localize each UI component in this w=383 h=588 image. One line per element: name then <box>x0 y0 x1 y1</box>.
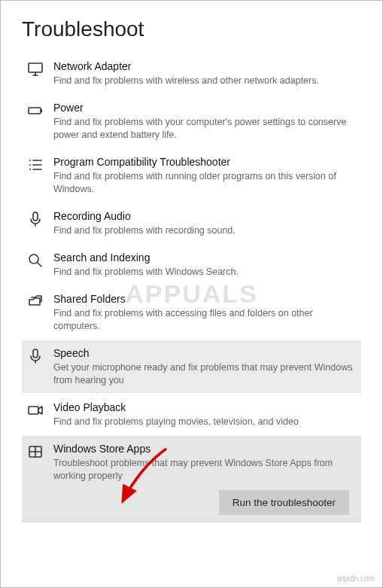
item-title: Power <box>53 101 355 114</box>
troubleshooter-item-network-adapter[interactable]: Network Adapter Find and fix problems wi… <box>22 53 361 93</box>
run-troubleshooter-button[interactable]: Run the troubleshooter <box>219 490 349 515</box>
page-title: Troubleshoot <box>22 17 361 41</box>
troubleshooter-item-windows-store-apps[interactable]: Windows Store Apps Troubleshoot problems… <box>22 436 361 522</box>
svg-line-14 <box>38 263 41 267</box>
item-title: Program Compatibility Troubleshooter <box>53 155 355 169</box>
svg-point-9 <box>29 164 31 166</box>
item-desc: Find and fix problems with your computer… <box>53 116 355 142</box>
troubleshooter-item-recording-audio[interactable]: Recording Audio Find and fix problems wi… <box>22 203 361 243</box>
svg-rect-17 <box>29 407 38 414</box>
video-icon <box>25 402 46 419</box>
svg-rect-3 <box>29 108 41 114</box>
item-desc: Find and fix problems with Windows Searc… <box>53 266 355 279</box>
troubleshooter-item-speech[interactable]: Speech Get your microphone ready and fix… <box>22 340 361 393</box>
folders-icon <box>25 294 46 310</box>
troubleshooter-item-search-and-indexing[interactable]: Search and Indexing Find and fix problem… <box>22 245 361 285</box>
item-title: Recording Audio <box>53 209 355 223</box>
battery-icon <box>25 102 46 119</box>
item-desc: Find and fix problems with accessing fil… <box>53 307 355 333</box>
item-title: Shared Folders <box>53 292 355 306</box>
svg-rect-0 <box>29 63 42 72</box>
item-desc: Troubleshoot problems that may prevent W… <box>53 457 355 483</box>
monitor-icon <box>25 61 46 78</box>
item-title: Speech <box>53 346 355 360</box>
mic-icon <box>25 348 46 364</box>
search-icon <box>25 252 46 269</box>
svg-point-13 <box>29 254 38 264</box>
item-title: Video Playback <box>53 401 355 414</box>
item-title: Windows Store Apps <box>53 442 355 455</box>
svg-rect-15 <box>33 349 38 358</box>
item-title: Network Adapter <box>53 59 355 73</box>
svg-point-8 <box>29 160 31 161</box>
list-icon <box>25 157 46 173</box>
mic-icon <box>25 211 46 227</box>
item-desc: Find and fix problems with running older… <box>53 170 355 196</box>
item-desc: Find and fix problems with wireless and … <box>53 75 355 87</box>
item-desc: Get your microphone ready and fix proble… <box>53 361 355 387</box>
footer-site: wsxdn.com <box>337 574 375 583</box>
svg-rect-11 <box>33 212 38 221</box>
svg-point-10 <box>29 169 31 170</box>
troubleshooter-item-power[interactable]: Power Find and fix problems with your co… <box>22 95 361 148</box>
item-desc: Find and fix problems playing movies, te… <box>53 416 355 428</box>
svg-rect-4 <box>41 109 42 112</box>
store-icon <box>25 443 46 460</box>
troubleshooter-item-program-compatibility-troubleshooter[interactable]: Program Compatibility Troubleshooter Fin… <box>22 149 361 202</box>
troubleshooter-item-video-playback[interactable]: Video Playback Find and fix problems pla… <box>22 395 361 434</box>
troubleshooter-item-shared-folders[interactable]: Shared Folders Find and fix problems wit… <box>22 286 361 339</box>
item-title: Search and Indexing <box>53 251 355 264</box>
troubleshooter-list: Network Adapter Find and fix problems wi… <box>22 53 361 522</box>
item-desc: Find and fix problems with recording sou… <box>53 224 355 237</box>
